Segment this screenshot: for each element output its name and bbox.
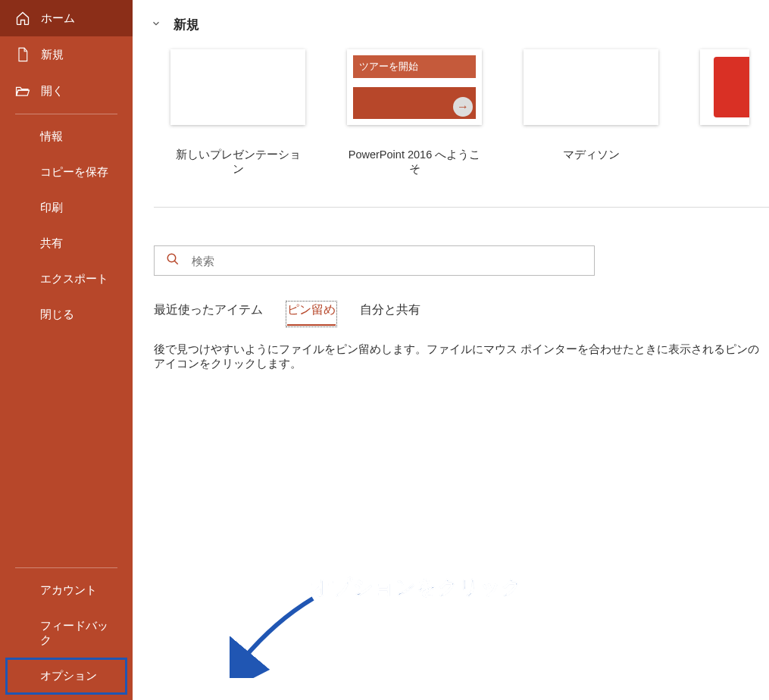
tutorial-arrow xyxy=(230,595,320,678)
template-thumbnail xyxy=(700,49,749,125)
sidebar-item-new[interactable]: 新規 xyxy=(0,36,133,73)
template-blank[interactable]: 新しいプレゼンテーション xyxy=(170,49,305,177)
template-caption: 新しいプレゼンテーション xyxy=(170,148,305,177)
sidebar-item-label: 新規 xyxy=(41,48,117,62)
template-welcome-tour[interactable]: ツアーを開始 → PowerPoint 2016 へようこそ xyxy=(347,49,482,177)
search-box[interactable] xyxy=(154,245,595,276)
template-partial[interactable] xyxy=(700,49,749,177)
svg-point-0 xyxy=(167,254,176,262)
template-caption: PowerPoint 2016 へようこそ xyxy=(347,148,482,177)
template-thumbnail: ツアーを開始 → xyxy=(347,49,482,125)
section-header[interactable]: 新規 xyxy=(148,15,769,34)
sidebar-item-label: コピーを保存 xyxy=(40,165,117,180)
thumb-text: ツアーを開始 xyxy=(353,55,476,78)
search-icon xyxy=(166,252,180,270)
sidebar-item-label: ホーム xyxy=(41,11,117,26)
arrow-right-icon: → xyxy=(453,97,473,117)
sidebar-item-account[interactable]: アカウント xyxy=(0,573,133,608)
template-caption: マディソン xyxy=(524,148,658,162)
tab-shared[interactable]: 自分と共有 xyxy=(360,302,420,326)
template-thumbnail xyxy=(170,49,305,125)
sidebar-item-label: 開く xyxy=(41,84,117,98)
sidebar-item-label: 印刷 xyxy=(40,201,117,215)
sidebar-item-info[interactable]: 情報 xyxy=(0,119,133,155)
sidebar-item-home[interactable]: ホーム xyxy=(0,0,133,36)
sidebar-item-label: フィードバック xyxy=(40,619,117,648)
sidebar-item-share[interactable]: 共有 xyxy=(0,226,133,261)
divider xyxy=(15,114,117,114)
tutorial-annotation: オプションをクリック xyxy=(311,574,523,601)
search-input[interactable] xyxy=(192,255,583,267)
sidebar-item-label: 閉じる xyxy=(40,308,117,322)
pinned-hint-text: 後で見つけやすいようにファイルをピン留めします。ファイルにマウス ポインターを合… xyxy=(154,342,769,371)
tab-recent[interactable]: 最近使ったアイテム xyxy=(154,302,263,326)
sidebar-item-label: 情報 xyxy=(40,130,117,144)
template-gallery: 新しいプレゼンテーション ツアーを開始 → PowerPoint 2016 へよ… xyxy=(148,49,769,177)
chevron-down-icon xyxy=(148,15,164,34)
sidebar-item-print[interactable]: 印刷 xyxy=(0,190,133,226)
main-content: 新規 新しいプレゼンテーション ツアーを開始 → PowerPoint 2016… xyxy=(133,0,769,700)
sidebar-item-label: エクスポート xyxy=(40,272,117,286)
home-icon xyxy=(15,11,30,26)
sidebar-item-open[interactable]: 開く xyxy=(0,73,133,109)
section-title: 新規 xyxy=(173,16,199,33)
sidebar-item-options[interactable]: オプション xyxy=(6,658,127,694)
thumb-text: マディソン xyxy=(559,79,624,96)
template-madison[interactable]: マディソン マディソン xyxy=(524,49,658,177)
separator xyxy=(154,207,769,208)
sidebar-item-feedback[interactable]: フィードバック xyxy=(0,608,133,658)
sidebar-item-save-copy[interactable]: コピーを保存 xyxy=(0,155,133,190)
file-icon xyxy=(15,47,30,62)
sidebar-item-export[interactable]: エクスポート xyxy=(0,261,133,297)
tab-pinned[interactable]: ピン留め xyxy=(287,302,336,326)
backstage-sidebar: ホーム 新規 開く 情報 コピーを保存 印刷 共有 エクスポート 閉じる アカウ… xyxy=(0,0,133,700)
sidebar-item-label: アカウント xyxy=(40,583,117,598)
sidebar-item-label: 共有 xyxy=(40,236,117,251)
sidebar-item-close[interactable]: 閉じる xyxy=(0,297,133,333)
template-thumbnail: マディソン xyxy=(524,49,658,125)
file-tabs: 最近使ったアイテム ピン留め 自分と共有 xyxy=(154,302,769,326)
divider xyxy=(15,567,117,568)
folder-open-icon xyxy=(15,83,30,98)
sidebar-item-label: オプション xyxy=(40,669,111,683)
